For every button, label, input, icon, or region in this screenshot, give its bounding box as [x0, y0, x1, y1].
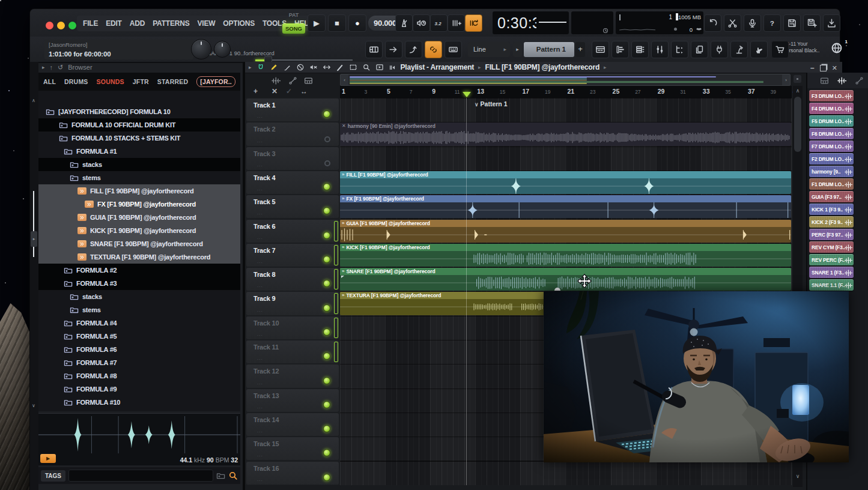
- knife-tool-button[interactable]: [336, 63, 344, 71]
- picker-chip[interactable]: F2 DRUM LO..: [809, 153, 854, 165]
- resize-track-button[interactable]: ↔: [300, 87, 308, 95]
- zoom-window-button[interactable]: [68, 22, 76, 29]
- linktab-view-button[interactable]: [288, 76, 297, 85]
- menu-patterns[interactable]: PATTERNS: [153, 19, 189, 28]
- pattern-marker[interactable]: ∨Pattern 1: [475, 100, 508, 107]
- tree-item[interactable]: FORMULA #5: [38, 330, 240, 343]
- track-led[interactable]: [323, 232, 330, 239]
- minimize-window-button[interactable]: [57, 22, 65, 29]
- track-options[interactable]: ...: [257, 283, 263, 288]
- browser-tab-drums[interactable]: DRUMS: [64, 78, 88, 85]
- pat-song-toggle[interactable]: PAT SONG: [282, 12, 305, 34]
- track-options[interactable]: ...: [257, 162, 263, 168]
- transport-record-button[interactable]: ●: [348, 14, 366, 32]
- browser-tab-jftr[interactable]: JFTR: [133, 78, 149, 85]
- picker-chip[interactable]: SNARE 1.1 (F..: [809, 279, 854, 291]
- minimap-left-icon[interactable]: ‹: [341, 74, 348, 85]
- track-options[interactable]: ...: [257, 186, 263, 192]
- track-header[interactable]: Track 14...: [246, 413, 339, 436]
- picker-chip[interactable]: F6 DRUM LO..: [809, 128, 854, 139]
- arrowsh-tool-button[interactable]: [323, 63, 331, 71]
- tree-item[interactable]: FORMULA #2: [38, 264, 240, 277]
- track-led[interactable]: [323, 183, 330, 190]
- tree-item[interactable]: TEXTURA [F1 90BPM] @jayfortherecord: [38, 250, 240, 264]
- saveas-button[interactable]: [803, 14, 821, 32]
- track-led[interactable]: [323, 474, 330, 481]
- playback-tool-button[interactable]: [375, 63, 384, 71]
- cart-button[interactable]: [771, 41, 789, 58]
- import-button[interactable]: [823, 14, 840, 32]
- track-options[interactable]: ...: [257, 452, 263, 458]
- track-led[interactable]: [324, 160, 330, 166]
- menu-add[interactable]: ADD: [130, 19, 145, 28]
- magnet-tool-button[interactable]: [256, 63, 265, 71]
- clip-snare[interactable]: »SNARE [F1 90BPM] @jayfortherecord: [340, 268, 791, 291]
- track-options[interactable]: ...: [257, 355, 263, 361]
- tree-item[interactable]: FORMULA #10: [38, 396, 240, 409]
- picker-chip[interactable]: F5 DRUM LO..: [809, 115, 854, 127]
- metronome-button[interactable]: [395, 14, 413, 32]
- help-button[interactable]: ?: [763, 14, 781, 32]
- preview-play-button[interactable]: ▶: [40, 454, 56, 463]
- picker-chip[interactable]: F1 DRUM LO..: [809, 178, 854, 190]
- track-header[interactable]: Track 5...: [246, 195, 339, 218]
- news-globe-icon[interactable]: 1: [830, 41, 846, 57]
- tree-item[interactable]: FORMULA #7: [38, 356, 240, 369]
- track-header[interactable]: Track 6...: [246, 220, 339, 243]
- picker-tab-wavetab[interactable]: [837, 76, 846, 85]
- pianogrid-button[interactable]: [365, 41, 383, 58]
- track-options[interactable]: ...: [257, 138, 263, 144]
- picker-chip[interactable]: KICK 1 (F3 9..: [809, 204, 854, 215]
- minimap-options-button[interactable]: [794, 75, 801, 83]
- tree-scroll-up-icon[interactable]: ∧: [32, 98, 35, 103]
- picker-chip[interactable]: F4 DRUM LO..: [809, 103, 854, 114]
- session-info-panel[interactable]: [JasonRomero] 1:01:00 for 60:00:00: [44, 40, 193, 59]
- typing-button[interactable]: [445, 41, 462, 58]
- tree-item[interactable]: F1 DRUM LOOP (90bpm) @jayfortherecord: [38, 409, 240, 411]
- track-options[interactable]: ...: [257, 259, 263, 264]
- track-options[interactable]: ...: [257, 428, 263, 434]
- timeline-ruler[interactable]: 1357911131517192123252729313335373941: [340, 86, 792, 98]
- noentry-tool-button[interactable]: [296, 63, 305, 71]
- track-led[interactable]: [323, 328, 330, 336]
- sample-preview-panel[interactable]: ▶ 44.1 kHz 90 BPM 32: [38, 413, 240, 465]
- track-led[interactable]: [323, 401, 330, 408]
- clip-guia[interactable]: »GUIA [F1 90BPM] @jayfortherecord: [340, 220, 791, 243]
- track-header[interactable]: Track 10...: [246, 316, 339, 339]
- browser-scroll-gutter[interactable]: ∧ ▸ ∨: [30, 62, 38, 490]
- track-header[interactable]: Track 2...: [246, 122, 339, 145]
- track-options[interactable]: ...: [257, 331, 263, 337]
- looprec-button[interactable]: [465, 14, 482, 32]
- transport-stop-button[interactable]: ■: [328, 14, 346, 32]
- clip-harmony[interactable]: ✕harmony [90 Emin] @jayfortherecord: [340, 122, 791, 145]
- track-header[interactable]: Track 12...: [246, 364, 339, 387]
- search-magnifier-icon[interactable]: [228, 471, 238, 480]
- track-options[interactable]: ...: [257, 113, 263, 119]
- picker-chip[interactable]: KICK 2 (F3 9..: [809, 216, 854, 228]
- tree-item[interactable]: stems: [38, 171, 240, 184]
- wavetab-view-button[interactable]: [272, 76, 281, 85]
- track-options[interactable]: ...: [257, 307, 263, 313]
- tree-item[interactable]: KICK [F1 90BPM] @jayfortherecord: [38, 224, 240, 237]
- picker-tab-pianotab[interactable]: [820, 76, 829, 85]
- picker-chip[interactable]: PERC (F3 97..: [809, 229, 854, 240]
- track-options[interactable]: ...: [257, 404, 263, 410]
- link-button[interactable]: [425, 41, 442, 58]
- playlist-menu-icon[interactable]: ▸: [249, 64, 252, 70]
- browser-tab-starred[interactable]: STARRED: [157, 78, 188, 85]
- tree-item[interactable]: FORMULA 10 OFFICIAL DRUM KIT: [38, 118, 240, 132]
- browsertree-button[interactable]: [671, 41, 688, 58]
- track-header[interactable]: Track 3...: [246, 147, 339, 170]
- tree-item[interactable]: FORMULA #6: [38, 343, 240, 356]
- scroll-down-icon[interactable]: ∨: [793, 471, 803, 481]
- tree-scroll-down-icon[interactable]: ∨: [32, 403, 35, 408]
- pattern-prev-button[interactable]: ▸: [513, 42, 522, 57]
- track-header[interactable]: Track 9...: [246, 292, 339, 315]
- tree-item[interactable]: GUIA [F1 90BPM] @jayfortherecord: [38, 211, 240, 224]
- picker-tab-linktab[interactable]: [855, 76, 864, 85]
- track-options[interactable]: ...: [257, 380, 263, 386]
- plug-button[interactable]: [711, 41, 728, 58]
- track-header[interactable]: Track 7...: [246, 244, 339, 267]
- tree-item[interactable]: stacks: [38, 290, 240, 303]
- marquee-tool-button[interactable]: [349, 63, 357, 71]
